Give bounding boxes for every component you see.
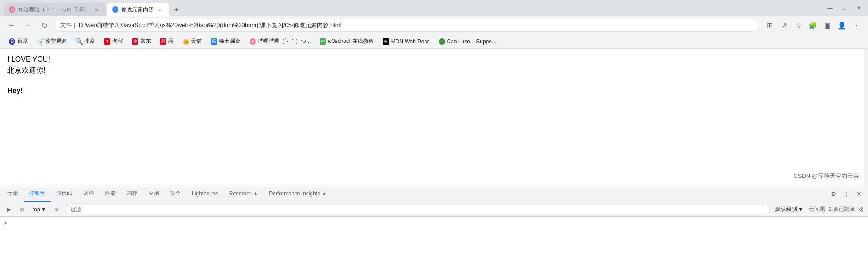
bookmark-tmall[interactable]: 🐱 天猫 [179,37,205,46]
console-content: > [0,217,868,265]
console-prompt[interactable]: > [4,219,7,227]
address-bar[interactable]: 文件 | D:/web前端学习/JavaScrpt学习/js%20web%20a… [54,19,760,32]
search-favicon: 🔍 [76,38,82,45]
tab-bilibili-favicon: B [9,6,15,13]
bookmarks-bar: B 百度 🛒 苏宁易购 🔍 搜索 T 淘宝 京 京东 品 品 🐱 天猫 掘 [0,34,868,49]
tab-application[interactable]: 应用 [143,186,165,202]
top-label: top [33,206,40,213]
tab-strip: B 咋哩哩哩（´- ｀）っロ 千杯~-bili... ✕ 修改元素内容 ✕ + [4,0,823,16]
bookmark-w3school[interactable]: W w3school 在线教程 [316,37,377,46]
bookmark-xitu[interactable]: 掘 稀土掘金 [207,37,244,46]
bookmark-baidu[interactable]: B 百度 [5,37,32,46]
new-tab-button[interactable]: + [170,4,183,16]
xitu-favicon: 掘 [211,38,217,45]
tab-memory[interactable]: 内存 [121,186,143,202]
browser-window: B 咋哩哩哩（´- ｀）っロ 千杯~-bili... ✕ 修改元素内容 ✕ + … [0,0,868,265]
level-label: 默认级别 [775,205,797,213]
tab-modify-close[interactable]: ✕ [156,6,164,13]
minimize-button[interactable]: — [825,3,835,14]
bookmark-suning[interactable]: 🛒 苏宁易购 [33,37,71,46]
devtools-panel: 元素 控制台 源代码 网络 性能 内存 应用 [0,186,868,265]
tab-security[interactable]: 安全 [165,186,186,202]
sidebar-toggle[interactable]: ▣ [821,19,834,32]
bookmark-xitu-label: 稀土掘金 [219,37,241,45]
console-filter-input[interactable] [66,205,770,214]
tab-performance[interactable]: 性能 [99,186,121,202]
top-arrow-icon: ▼ [41,206,47,213]
console-run-button[interactable]: ▶ [4,205,14,214]
nav-actions: ⊞ ↗ ☆ 🧩 ▣ 👤 ⋮ [763,19,863,32]
bookmark-tmall-label: 天猫 [191,37,202,45]
mdn-favicon: M [383,38,389,45]
bookmark-mdn[interactable]: M MDN Web Docs [379,37,434,46]
tab-recorder[interactable]: Recorder ▲ [224,186,264,202]
translate-button[interactable]: ⊞ [763,19,776,32]
bookmark-jd-label: 京东 [140,37,151,45]
window-controls: — □ ✕ [825,3,864,14]
jd-favicon: 京 [132,38,138,45]
bookmark-bilibili-label: 哔哩哔哩（´- ｀）つ... [258,37,311,45]
suning-favicon: 🛒 [37,38,43,45]
tab-modify-label: 修改元素内容 [121,6,154,14]
devtools-more-button[interactable]: ⋮ [841,189,852,200]
menu-button[interactable]: ⋮ [850,19,863,32]
tab-sources[interactable]: 源代码 [51,186,78,202]
bookmark-button[interactable]: ☆ [792,19,805,32]
title-bar: B 咋哩哩哩（´- ｀）っロ 千杯~-bili... ✕ 修改元素内容 ✕ + … [0,0,868,16]
tab-elements[interactable]: 元素 [2,186,24,202]
tmall-favicon: 🐱 [183,38,189,45]
refresh-button[interactable]: ↻ [38,19,51,32]
bookmark-baidu-label: 百度 [17,37,28,45]
devtools-settings-button[interactable]: ⚙ [828,189,839,200]
scrollbar[interactable] [864,49,868,186]
no-issues-label: 无问题 [809,205,825,213]
console-right-controls: 默认级别 ▼ 无问题 2 条已隐藏 ⚙ [774,205,864,214]
console-settings-icon[interactable]: ⚙ [859,206,864,213]
taobao-favicon: T [104,38,110,45]
top-selector[interactable]: top ▼ [31,205,48,214]
bookmark-pin-label: 品 [168,37,174,45]
address-scheme: 文件 | [60,21,75,29]
console-toolbar: ▶ ⊘ top ▼ 👁 默认级别 ▼ 无问题 2 条已隐藏 ⚙ [0,202,868,217]
devtools-close-button[interactable]: ✕ [854,189,864,200]
console-eye-button[interactable]: 👁 [52,205,62,214]
tab-console[interactable]: 控制台 [24,186,51,202]
pin-favicon: 品 [160,38,166,45]
maximize-button[interactable]: □ [839,3,850,14]
tab-network[interactable]: 网络 [78,186,99,202]
devtools-tabs: 元素 控制台 源代码 网络 性能 内存 应用 [2,186,828,202]
devtools-header: 元素 控制台 源代码 网络 性能 内存 应用 [0,186,868,202]
extensions-button[interactable]: 🧩 [807,19,819,32]
bookmark-jd[interactable]: 京 京东 [128,37,155,46]
tab-bilibili[interactable]: B 咋哩哩哩（´- ｀）っロ 千杯~-bili... ✕ [4,3,106,16]
bilibili-favicon: B [250,38,256,45]
page-content: I LOVE YOU! 北京欢迎你! Hey! CSDN @等待天空的云朵 [0,49,868,186]
devtools-controls: ⚙ ⋮ ✕ [828,189,866,200]
bookmark-taobao[interactable]: T 淘宝 [100,37,127,46]
page-line3: Hey! [7,87,861,95]
page-line1: I LOVE YOU! [7,54,861,65]
level-selector[interactable]: 默认级别 ▼ [774,205,805,214]
bookmark-caniuse-label: Can I use... Suppo... [447,38,496,45]
profile-button[interactable]: 👤 [835,19,848,32]
bookmark-pin[interactable]: 品 品 [156,37,177,46]
tab-bilibili-close[interactable]: ✕ [93,6,100,13]
bookmark-mdn-label: MDN Web Docs [391,38,430,45]
close-button[interactable]: ✕ [854,3,864,14]
page-line2: 北京欢迎你! [7,65,861,76]
tab-modify-element[interactable]: 修改元素内容 ✕ [107,3,169,16]
forward-button[interactable]: → [22,19,34,32]
tab-performance-insights[interactable]: Performance insights ▲ [264,186,332,202]
address-url: D:/web前端学习/JavaScrpt学习/js%20web%20api%20… [79,21,342,29]
back-button[interactable]: ← [5,19,18,32]
tab-lighthouse[interactable]: Lighthouse [186,186,224,202]
share-button[interactable]: ↗ [778,19,790,32]
bookmark-bilibili[interactable]: B 哔哩哔哩（´- ｀）つ... [246,37,314,46]
page-watermark: CSDN @等待天空的云朵 [793,172,859,180]
console-clear-button[interactable]: ⊘ [17,205,27,214]
bookmark-caniuse[interactable]: 🌿 Can I use... Suppo... [435,37,500,46]
bookmark-search[interactable]: 🔍 搜索 [72,37,99,46]
bookmark-search-label: 搜索 [84,37,95,45]
bookmark-w3school-label: w3school 在线教程 [328,37,373,45]
nav-bar: ← → ↻ 文件 | D:/web前端学习/JavaScrpt学习/js%20w… [0,16,868,34]
